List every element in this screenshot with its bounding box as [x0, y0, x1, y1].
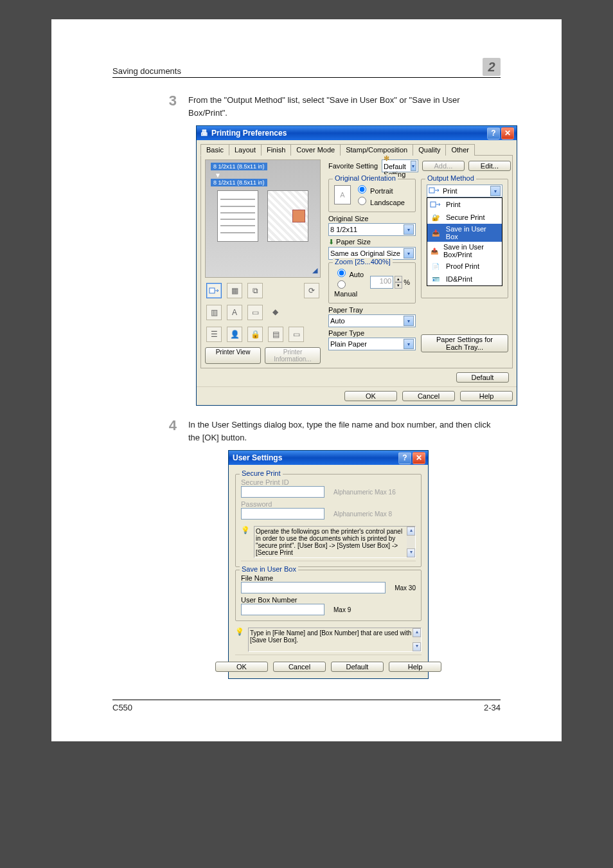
tab-basic[interactable]: Basic: [200, 144, 229, 156]
secure-print-id-label: Secure Print ID: [241, 478, 289, 486]
chevron-down-icon[interactable]: ▾: [404, 339, 414, 349]
down-arrow-icon: ⬇: [328, 238, 334, 246]
scroll-down-icon[interactable]: ▾: [407, 548, 415, 557]
paper-settings-each-tray-button[interactable]: Paper Settings for Each Tray...: [421, 334, 508, 352]
sheet-icon[interactable]: ▤: [268, 327, 283, 342]
landscape-radio[interactable]: Landscape: [355, 199, 405, 206]
scroll-down-icon[interactable]: ▾: [413, 642, 421, 651]
printing-preferences-dialog: 🖶 Printing Preferences ? ✕ Basic Layout …: [196, 125, 517, 406]
scroll-up-icon[interactable]: ▴: [413, 628, 421, 637]
user-box-number-input[interactable]: [241, 604, 324, 615]
paper-tray-select[interactable]: Auto ▾: [328, 314, 416, 327]
preview-page-back: [267, 190, 308, 242]
zoom-percent-label: %: [404, 278, 410, 286]
step-text: In the User Settings dialog box, type th…: [188, 419, 501, 444]
dialog-titlebar[interactable]: User Settings ? ✕: [229, 451, 428, 465]
blank-page-icon[interactable]: ▭: [289, 327, 304, 342]
person-icon[interactable]: 👤: [227, 327, 242, 342]
original-size-select[interactable]: 8 1/2x11 ▾: [328, 223, 416, 236]
header-chapter-number: 2: [483, 58, 501, 76]
cancel-button[interactable]: Cancel: [273, 662, 326, 672]
chevron-down-icon[interactable]: ▾: [490, 186, 501, 196]
rotate-icon[interactable]: ⟳: [304, 283, 319, 298]
close-icon[interactable]: ✕: [413, 452, 425, 464]
help-button[interactable]: Help: [389, 662, 441, 672]
close-icon[interactable]: ✕: [501, 127, 514, 140]
tab-stamp-composition[interactable]: Stamp/Composition: [340, 144, 413, 156]
file-name-note: Max 30: [395, 584, 416, 592]
scrollbar[interactable]: ▴ ▾: [413, 628, 421, 651]
output-method-option-proof-print[interactable]: 📄 Proof Print: [427, 260, 502, 273]
zoom-legend: Zoom [25...400%]: [333, 258, 393, 266]
lock-icon[interactable]: 🔒: [247, 327, 263, 342]
help-button[interactable]: Help: [460, 391, 513, 401]
letter-icon[interactable]: A: [227, 305, 242, 320]
ok-button[interactable]: OK: [215, 662, 268, 672]
scroll-up-icon[interactable]: ▴: [407, 527, 415, 536]
output-method-option-secure-print[interactable]: 🔐 Secure Print: [427, 211, 502, 224]
preview-expand-icon[interactable]: ◢: [312, 266, 317, 275]
output-method-option-save-in-user-box-print[interactable]: 📤 Save in User Box/Print: [427, 242, 502, 260]
file-name-input[interactable]: [241, 582, 386, 593]
secure-print-id-input: [241, 486, 324, 498]
step-number: 3: [164, 94, 177, 119]
color-icon[interactable]: ◆: [268, 305, 282, 319]
favorite-setting-select[interactable]: ✻ Default Setting ▾: [382, 159, 418, 172]
zoom-manual-radio[interactable]: Manual: [334, 282, 357, 298]
stamp-icon[interactable]: ▭: [247, 305, 263, 320]
svg-rect-1: [429, 188, 434, 193]
ok-button[interactable]: OK: [344, 391, 397, 401]
tab-finish[interactable]: Finish: [261, 144, 291, 156]
tab-cover-mode[interactable]: Cover Mode: [290, 144, 341, 156]
print-icon: [429, 186, 440, 196]
chevron-down-icon[interactable]: ▾: [411, 161, 416, 171]
output-method-option-save-in-user-box[interactable]: 📥 Save in User Box: [427, 224, 502, 242]
book-icon[interactable]: ▥: [206, 305, 222, 320]
printer-view-button[interactable]: Printer View: [205, 347, 261, 364]
favorite-edit-button[interactable]: Edit...: [468, 161, 511, 171]
help-icon[interactable]: ?: [398, 452, 411, 464]
scrollbar[interactable]: ▴ ▾: [407, 527, 415, 557]
output-method-option-print[interactable]: Print: [427, 198, 502, 211]
duplex-icon[interactable]: ⧉: [247, 283, 263, 298]
portrait-radio[interactable]: Portrait: [355, 187, 393, 195]
chevron-down-icon[interactable]: ▾: [404, 316, 414, 326]
n-up-icon[interactable]: ▦: [227, 283, 242, 298]
default-button[interactable]: Default: [331, 662, 384, 672]
cancel-button[interactable]: Cancel: [402, 391, 455, 401]
document-page: Saving documents 2 3 From the "Output Me…: [51, 19, 562, 741]
output-method-select[interactable]: Print ▾ Print 🔐: [427, 185, 502, 197]
paper-type-select[interactable]: Plain Paper ▾: [328, 338, 416, 350]
tab-bar: Basic Layout Finish Cover Mode Stamp/Com…: [200, 144, 513, 156]
chevron-down-icon[interactable]: ▾: [404, 248, 414, 258]
output-method-option-id-print[interactable]: 🪪 ID&Print: [427, 273, 502, 285]
calendar-icon: [292, 210, 305, 222]
tab-other[interactable]: Other: [445, 144, 475, 156]
output-icon[interactable]: [206, 283, 222, 298]
dialog-titlebar[interactable]: 🖶 Printing Preferences ? ✕: [197, 126, 517, 140]
tab-quality[interactable]: Quality: [413, 144, 446, 156]
favorite-add-button: Add...: [422, 161, 465, 171]
default-button[interactable]: Default: [456, 372, 509, 383]
copies-icon[interactable]: ☰: [206, 327, 222, 342]
tab-layout[interactable]: Layout: [229, 144, 262, 156]
secure-print-icon: 🔐: [429, 212, 442, 222]
output-method-dropdown-list: Print 🔐 Secure Print 📥 Save in User Box: [427, 197, 502, 286]
paper-type-label: Paper Type: [328, 329, 416, 337]
spin-down-icon: ▾: [395, 282, 402, 289]
chevron-down-icon[interactable]: ▾: [404, 224, 414, 235]
svg-rect-2: [431, 202, 436, 207]
preview-size-label-2: 8 1/2x11 (8.5x11 in): [211, 179, 267, 186]
footer-model: C550: [112, 703, 132, 712]
bulb-icon: 💡: [235, 628, 244, 636]
secure-print-password-input: [241, 508, 324, 520]
page-footer: C550 2-34: [112, 700, 501, 712]
help-icon[interactable]: ?: [487, 127, 500, 140]
user-box-number-note: Max 9: [333, 606, 351, 613]
page-preview: 8 1/2x11 (8.5x11 in) ▼ 8 1/2x11 (8.5x11 …: [205, 159, 321, 278]
dialog-title: Printing Preferences: [211, 129, 287, 138]
preview-option-row-1: ▦ ⧉ ⟳: [205, 282, 321, 300]
preview-option-row-3: ☰ 👤 🔒 ▤ ▭: [205, 325, 321, 343]
save-box-icon: 📥: [429, 228, 442, 238]
zoom-auto-radio[interactable]: Auto: [334, 271, 364, 278]
